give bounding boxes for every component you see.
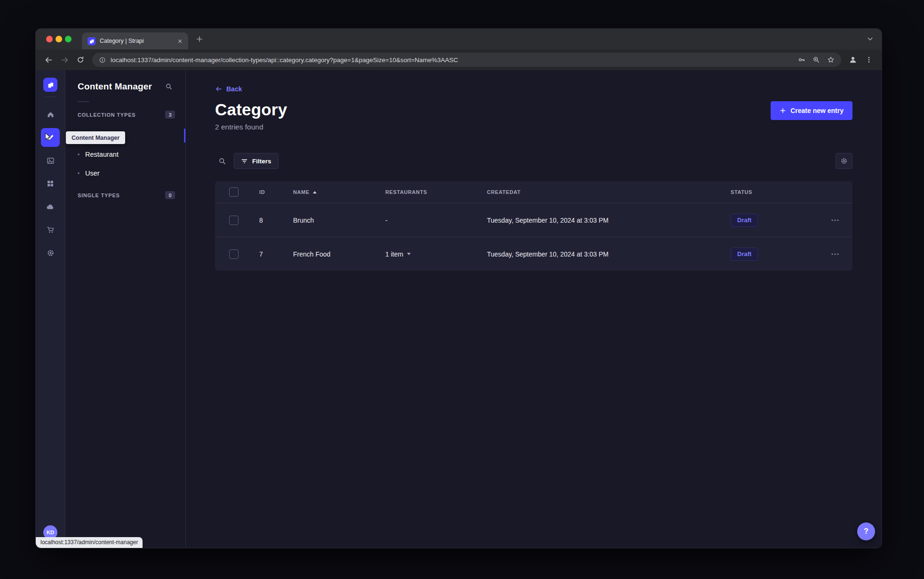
browser-forward-icon[interactable] <box>56 52 72 68</box>
bullet-icon <box>78 153 80 155</box>
select-all-cell <box>215 187 253 197</box>
strapi-favicon-icon <box>88 37 96 45</box>
zoom-icon[interactable] <box>812 56 820 64</box>
cell-id: 8 <box>253 217 287 224</box>
create-new-entry-button[interactable]: Create new entry <box>771 101 852 120</box>
filters-button-label: Filters <box>252 158 271 165</box>
column-header-id[interactable]: ID <box>253 189 287 195</box>
status-badge: Draft <box>731 214 758 227</box>
select-all-checkbox[interactable] <box>229 187 239 197</box>
back-label: Back <box>226 85 242 93</box>
section-label: SINGLE TYPES <box>78 193 120 198</box>
site-info-icon[interactable] <box>99 56 106 64</box>
section-label: COLLECTION TYPES <box>78 112 135 118</box>
table-row[interactable]: 8 Brunch - Tuesday, September 10, 2024 a… <box>215 203 852 237</box>
status-badge: Draft <box>731 248 758 261</box>
sort-ascending-icon <box>313 191 317 193</box>
browser-menu-kebab-icon[interactable] <box>861 52 877 68</box>
page-title: Category <box>215 100 287 119</box>
status-bubble: localhost:1337/admin/content-manager <box>36 537 143 548</box>
table-header-row: ID NAME RESTAURANTS CREATEDAT STATUS <box>215 181 852 203</box>
section-count-badge: 3 <box>165 111 175 119</box>
row-checkbox[interactable] <box>229 249 239 259</box>
window-controls <box>46 36 72 42</box>
strapi-app: KD Content Manager COLLECTION TYPES 3 <box>36 70 882 548</box>
url-text: localhost:1337/admin/content-manager/col… <box>111 56 793 64</box>
cell-name: Brunch <box>287 217 385 224</box>
marketplace-cart-icon[interactable] <box>41 220 60 239</box>
rail-divider <box>44 96 57 97</box>
collection-types-section: COLLECTION TYPES 3 Category Restaurant U… <box>65 111 185 183</box>
settings-gear-icon[interactable] <box>41 243 60 262</box>
tab-close-icon[interactable] <box>175 37 184 46</box>
cell-id: 7 <box>253 250 287 258</box>
back-link[interactable]: Back <box>215 85 242 93</box>
content-type-builder-icon[interactable] <box>41 174 60 193</box>
cell-name: French Food <box>287 250 385 258</box>
subnav-divider <box>78 101 89 102</box>
row-actions-kebab-icon[interactable] <box>811 250 852 258</box>
cell-status: Draft <box>731 248 811 261</box>
section-count-badge: 0 <box>165 191 175 199</box>
column-header-restaurants[interactable]: RESTAURANTS <box>385 189 487 195</box>
main-content: Back Category 2 entries found Create new… <box>186 70 882 548</box>
strapi-logo[interactable] <box>43 78 57 92</box>
reload-icon[interactable] <box>72 52 88 68</box>
subnav-header: Content Manager <box>65 80 185 94</box>
help-button[interactable]: ? <box>857 523 875 540</box>
row-checkbox[interactable] <box>229 216 239 225</box>
entries-count: 2 entries found <box>215 123 287 131</box>
view-settings-gear-icon[interactable] <box>836 153 852 169</box>
row-actions-kebab-icon[interactable] <box>811 217 852 224</box>
sidebar-item-user[interactable]: User <box>65 164 185 183</box>
omnibox-actions <box>798 56 835 64</box>
search-icon[interactable] <box>215 154 229 168</box>
single-types-section: SINGLE TYPES 0 <box>65 191 185 199</box>
subnav-search-icon[interactable] <box>163 80 175 93</box>
create-button-label: Create new entry <box>790 107 844 114</box>
main-nav-rail: KD <box>36 70 65 548</box>
filters-button[interactable]: Filters <box>234 153 279 169</box>
rail-nav <box>41 105 60 262</box>
maximize-window-button[interactable] <box>65 36 72 42</box>
cloud-icon[interactable] <box>41 197 60 216</box>
cell-status: Draft <box>731 214 811 227</box>
section-header: COLLECTION TYPES 3 <box>65 111 185 119</box>
sidebar-item-restaurant[interactable]: Restaurant <box>65 145 185 164</box>
column-header-createdat[interactable]: CREATEDAT <box>487 189 731 195</box>
entries-table: ID NAME RESTAURANTS CREATEDAT STATUS 8 <box>215 181 852 271</box>
tab-strip: Category | Strapi <box>36 29 882 49</box>
browser-toolbar: localhost:1337/admin/content-manager/col… <box>36 49 882 70</box>
browser-back-icon[interactable] <box>40 52 56 68</box>
mouse-cursor-icon <box>43 132 53 142</box>
page-header: Category 2 entries found Create new entr… <box>215 100 852 131</box>
profile-avatar-icon[interactable] <box>845 52 861 68</box>
expand-caret-icon <box>407 253 411 255</box>
address-bar[interactable]: localhost:1337/admin/content-manager/col… <box>92 53 841 67</box>
media-library-icon[interactable] <box>41 151 60 170</box>
subnav-title: Content Manager <box>78 81 152 92</box>
nav-tooltip: Content Manager <box>66 131 125 144</box>
cell-restaurants: - <box>385 217 487 224</box>
cell-restaurants[interactable]: 1 item <box>385 250 487 258</box>
sidebar-item-label: Restaurant <box>85 151 119 158</box>
browser-window: Category | Strapi localhost:1337/admin/c… <box>35 28 882 548</box>
new-tab-button[interactable] <box>195 34 204 44</box>
password-key-icon[interactable] <box>798 56 805 64</box>
sidebar-item-label: User <box>85 169 100 177</box>
section-header: SINGLE TYPES 0 <box>65 191 185 199</box>
row-select-cell <box>215 249 253 259</box>
browser-tab[interactable]: Category | Strapi <box>82 32 188 49</box>
cell-createdat: Tuesday, September 10, 2024 at 3:03 PM <box>487 217 731 224</box>
close-window-button[interactable] <box>46 36 53 42</box>
column-header-status[interactable]: STATUS <box>731 189 811 195</box>
table-row[interactable]: 7 French Food 1 item Tuesday, September … <box>215 237 852 271</box>
column-header-name[interactable]: NAME <box>287 189 385 195</box>
tab-search-chevron-icon[interactable] <box>866 35 874 43</box>
bookmark-star-icon[interactable] <box>827 56 835 64</box>
list-actions: Filters <box>215 153 852 169</box>
bullet-icon <box>78 172 80 174</box>
home-icon[interactable] <box>41 105 60 124</box>
minimize-window-button[interactable] <box>56 36 62 42</box>
tab-title: Category | Strapi <box>100 38 171 44</box>
